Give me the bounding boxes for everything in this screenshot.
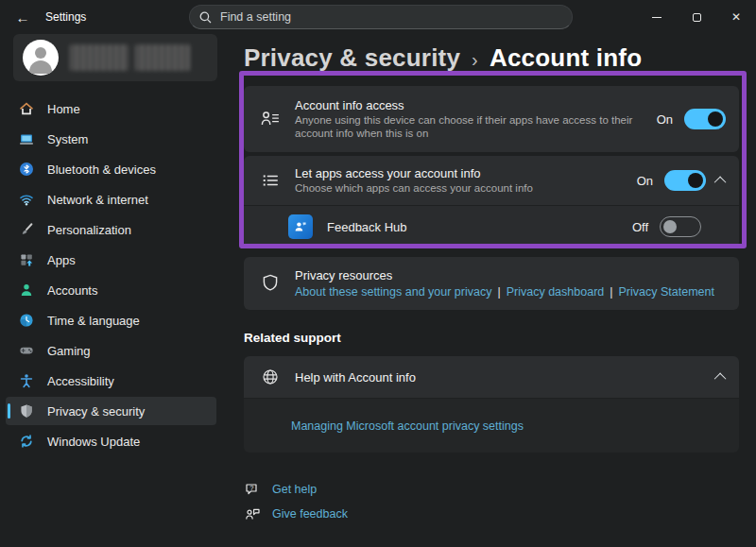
sidebar-item-home[interactable]: Home bbox=[6, 94, 216, 123]
toggle-state-label: On bbox=[657, 112, 673, 127]
sidebar-item-apps[interactable]: Apps bbox=[6, 246, 216, 274]
toggle-state-label: On bbox=[637, 174, 653, 188]
personalization-brush-icon bbox=[19, 222, 34, 237]
sidebar-nav: Home System Bluetooth & devices Network … bbox=[0, 94, 222, 455]
help-card-title: Help with Account info bbox=[295, 370, 704, 385]
sidebar-item-label: Network & internet bbox=[47, 193, 148, 207]
back-button[interactable]: ← bbox=[8, 4, 38, 30]
breadcrumb: Privacy & security › Account info bbox=[244, 43, 739, 73]
link-separator: | bbox=[610, 285, 612, 299]
link-privacy-statement[interactable]: Privacy Statement bbox=[619, 285, 714, 299]
app-row-feedback-hub: Feedback Hub Off bbox=[244, 205, 739, 248]
minimize-button[interactable] bbox=[637, 0, 677, 34]
privacy-shield-icon bbox=[19, 403, 34, 419]
give-feedback-icon bbox=[244, 505, 261, 522]
back-arrow-icon: ← bbox=[16, 9, 30, 26]
sidebar-item-network-internet[interactable]: Network & internet bbox=[6, 185, 216, 214]
sidebar-item-personalization[interactable]: Personalization bbox=[6, 215, 216, 244]
toggle-state-label: Off bbox=[632, 220, 648, 234]
sidebar-item-label: Privacy & security bbox=[47, 404, 145, 419]
titlebar: ← Settings ✕ bbox=[0, 0, 756, 34]
get-help-icon: ? bbox=[244, 481, 261, 498]
apps-list-icon bbox=[260, 170, 281, 191]
sidebar-item-label: Accounts bbox=[47, 283, 97, 298]
page-title: Account info bbox=[490, 43, 642, 73]
shield-outline-icon bbox=[260, 273, 281, 294]
user-account-card[interactable] bbox=[13, 34, 217, 81]
setting-title: Let apps access your account info bbox=[295, 166, 624, 180]
maximize-icon bbox=[693, 13, 701, 22]
window-controls: ✕ bbox=[637, 0, 756, 34]
sidebar-item-system[interactable]: System bbox=[6, 125, 216, 153]
setting-card-let-apps-access: Let apps access your account info Choose… bbox=[244, 156, 739, 205]
app-title: Settings bbox=[45, 10, 86, 24]
svg-text:?: ? bbox=[249, 484, 253, 490]
setting-card-account-info-access: Account info access Anyone using this de… bbox=[244, 86, 739, 152]
link-privacy-dashboard[interactable]: Privacy dashboard bbox=[507, 285, 605, 299]
link-about-settings[interactable]: About these settings and your privacy bbox=[295, 285, 491, 299]
user-name-redacted bbox=[70, 44, 190, 71]
footer-link-label: Give feedback bbox=[272, 507, 348, 521]
main-content: Privacy & security › Account info Accoun… bbox=[244, 34, 739, 526]
app-label: Feedback Hub bbox=[327, 220, 632, 234]
sidebar-item-label: Gaming bbox=[47, 344, 91, 358]
account-info-access-toggle[interactable] bbox=[684, 109, 726, 129]
card-help-with-account-info[interactable]: Help with Account info bbox=[244, 356, 739, 398]
windows-update-icon bbox=[19, 434, 34, 449]
breadcrumb-separator: › bbox=[472, 49, 478, 71]
minimize-icon bbox=[652, 17, 662, 18]
feedback-hub-app-icon bbox=[288, 214, 313, 239]
get-help-link[interactable]: ? Get help bbox=[244, 477, 739, 502]
let-apps-access-toggle[interactable] bbox=[664, 170, 706, 191]
accessibility-person-icon bbox=[19, 373, 34, 388]
sidebar-item-label: Apps bbox=[47, 253, 76, 267]
close-button[interactable]: ✕ bbox=[716, 0, 756, 34]
setting-description: Anyone using this device can choose if t… bbox=[295, 114, 644, 140]
accounts-person-icon bbox=[19, 282, 34, 298]
setting-title: Account info access bbox=[295, 98, 644, 112]
sidebar-item-label: Personalization bbox=[47, 223, 131, 237]
setting-description: Choose which apps can access your accoun… bbox=[295, 182, 624, 196]
search-input[interactable] bbox=[220, 10, 562, 24]
search-box[interactable] bbox=[189, 5, 573, 29]
privacy-resources-title: Privacy resources bbox=[295, 268, 713, 282]
link-separator: | bbox=[497, 285, 500, 299]
related-support-heading: Related support bbox=[244, 331, 739, 345]
sidebar-item-time-language[interactable]: Time & language bbox=[6, 306, 216, 334]
sidebar-item-bluetooth-devices[interactable]: Bluetooth & devices bbox=[6, 155, 216, 183]
privacy-resources-links: About these settings and your privacy|Pr… bbox=[295, 285, 713, 299]
sidebar: Home System Bluetooth & devices Network … bbox=[0, 34, 222, 547]
sidebar-item-label: Home bbox=[47, 102, 80, 116]
sidebar-item-privacy-security[interactable]: Privacy & security bbox=[6, 397, 216, 425]
search-icon bbox=[199, 11, 212, 24]
close-icon: ✕ bbox=[731, 11, 741, 23]
time-language-clock-icon bbox=[19, 313, 34, 328]
sidebar-item-label: Bluetooth & devices bbox=[47, 162, 156, 177]
network-wifi-icon bbox=[19, 192, 34, 207]
sidebar-item-gaming[interactable]: Gaming bbox=[6, 336, 216, 365]
sidebar-item-label: Time & language bbox=[47, 314, 140, 328]
gaming-controller-icon bbox=[19, 343, 34, 358]
sidebar-item-label: System bbox=[47, 132, 88, 146]
sidebar-item-accessibility[interactable]: Accessibility bbox=[6, 367, 216, 395]
sidebar-item-accounts[interactable]: Accounts bbox=[6, 276, 216, 304]
home-icon bbox=[19, 101, 34, 116]
give-feedback-link[interactable]: Give feedback bbox=[244, 502, 739, 526]
sidebar-item-windows-update[interactable]: Windows Update bbox=[6, 427, 216, 455]
account-info-access-icon bbox=[260, 109, 281, 129]
sidebar-item-label: Windows Update bbox=[47, 435, 140, 449]
breadcrumb-parent[interactable]: Privacy & security bbox=[244, 43, 460, 73]
link-managing-account-privacy[interactable]: Managing Microsoft account privacy setti… bbox=[291, 419, 524, 433]
feedback-hub-toggle[interactable] bbox=[660, 216, 701, 237]
avatar bbox=[23, 40, 59, 76]
footer-link-label: Get help bbox=[272, 483, 317, 496]
maximize-button[interactable] bbox=[677, 0, 716, 34]
help-expanded-panel: Managing Microsoft account privacy setti… bbox=[244, 398, 739, 453]
bluetooth-icon bbox=[19, 162, 34, 177]
card-privacy-resources: Privacy resources About these settings a… bbox=[244, 257, 739, 310]
system-icon bbox=[19, 131, 34, 146]
apps-icon bbox=[19, 252, 34, 267]
sidebar-item-label: Accessibility bbox=[47, 374, 114, 388]
footer-links: ? Get help Give feedback bbox=[244, 477, 739, 526]
collapse-chevron-icon[interactable] bbox=[714, 176, 727, 188]
